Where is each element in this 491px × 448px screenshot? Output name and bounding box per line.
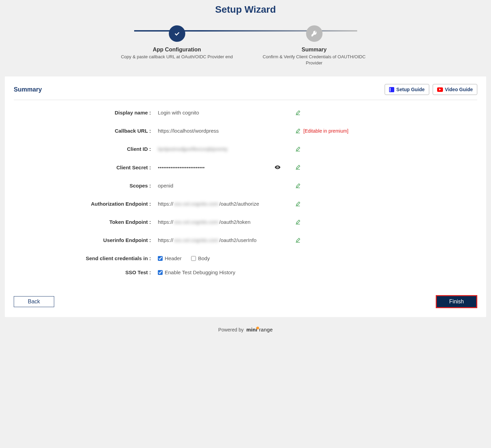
setup-guide-button[interactable]: Setup Guide: [385, 84, 429, 95]
eye-icon[interactable]: [274, 164, 281, 170]
value-sso-test: Enable Test Debugging History: [158, 269, 274, 275]
label-userinfo-endpoint: Userinfo Endpoint :: [14, 237, 158, 243]
edit-icon[interactable]: [295, 110, 301, 116]
book-icon: [389, 87, 394, 92]
back-button[interactable]: Back: [14, 296, 54, 307]
label-scopes: Scopes :: [14, 183, 158, 189]
row-auth-endpoint: Authorization Endpoint : https://xxx.xxl…: [14, 195, 477, 213]
edit-icon[interactable]: [295, 165, 301, 170]
video-guide-label: Video Guide: [445, 87, 473, 92]
value-callback-url: https://localhost/wordpress: [158, 128, 274, 134]
label-client-id: Client ID :: [14, 146, 158, 152]
label-auth-endpoint: Authorization Endpoint :: [14, 201, 158, 207]
value-token-endpoint: https://xxx.xxl.cognito.com/oauth2/token: [158, 219, 274, 225]
checkbox-header[interactable]: Header: [158, 255, 182, 261]
row-client-id: Client ID : lqntjwstnxdjporlfevcxxjbijsn…: [14, 140, 477, 158]
label-display-name: Display name :: [14, 110, 158, 116]
value-client-id: lqntjwstnxdjporlfevcxxjbijsnmty: [158, 146, 274, 152]
video-guide-button[interactable]: Video Guide: [433, 84, 477, 95]
row-display-name: Display name : Login with cognito: [14, 104, 477, 122]
setup-guide-label: Setup Guide: [396, 87, 424, 92]
label-send-credentials: Send client credentials in :: [14, 255, 158, 261]
guide-buttons: Setup Guide Video Guide: [385, 84, 477, 95]
checkbox-sso[interactable]: Enable Test Debugging History: [158, 269, 235, 275]
step-desc: Copy & paste callback URL at OAuth/OIDC …: [121, 54, 233, 60]
premium-note: [Editable in premium]: [303, 128, 349, 134]
step-title: Summary: [302, 47, 327, 53]
edit-icon[interactable]: [295, 183, 301, 189]
row-userinfo-endpoint: Userinfo Endpoint : https://xxx.xxl.cogn…: [14, 231, 477, 249]
step-connector: [134, 30, 357, 32]
label-token-endpoint: Token Endpoint :: [14, 219, 158, 225]
edit-icon[interactable]: [295, 219, 301, 225]
row-client-secret: Client Secret : ••••••••••••••••••••••••…: [14, 158, 477, 177]
youtube-icon: [437, 87, 443, 92]
key-icon: [306, 25, 323, 42]
wizard-steps: App Configuration Copy & paste callback …: [57, 22, 434, 76]
value-auth-endpoint: https://xxx.xxl.cognito.com/oauth2/autho…: [158, 201, 274, 207]
label-callback-url: Callback URL :: [14, 128, 158, 134]
edit-icon[interactable]: [295, 128, 301, 134]
label-client-secret: Client Secret :: [14, 165, 158, 170]
checkbox-header-label: Header: [165, 255, 182, 261]
page-title: Setup Wizard: [0, 0, 491, 22]
edit-icon[interactable]: [295, 146, 301, 152]
row-token-endpoint: Token Endpoint : https://xxx.xxl.cognito…: [14, 213, 477, 231]
checkbox-sso-input[interactable]: [158, 270, 163, 275]
row-callback-url: Callback URL : https://localhost/wordpre…: [14, 122, 477, 140]
checkbox-body-label: Body: [198, 255, 210, 261]
label-sso-test: SSO Test :: [14, 269, 158, 275]
value-display-name: Login with cognito: [158, 110, 274, 116]
value-client-secret: ••••••••••••••••••••••••••: [158, 165, 274, 170]
checkbox-header-input[interactable]: [158, 256, 163, 261]
value-scopes: openid: [158, 183, 274, 189]
card-title: Summary: [14, 86, 42, 93]
step-desc: Confirm & Verify Client Credentials of O…: [258, 54, 371, 66]
card-header: Summary Setup Guide Video Guide: [14, 84, 477, 100]
miniorange-logo: minirange: [246, 327, 273, 332]
edit-icon[interactable]: [295, 238, 301, 243]
finish-button[interactable]: Finish: [436, 295, 477, 308]
powered-by: Powered by minirange: [0, 317, 491, 337]
checkbox-body[interactable]: Body: [191, 255, 210, 261]
powered-label: Powered by: [218, 327, 244, 332]
step-title: App Configuration: [153, 47, 201, 53]
row-sso-test: SSO Test : Enable Test Debugging History: [14, 267, 477, 281]
check-icon: [169, 25, 185, 42]
value-userinfo-endpoint: https://xxx.xxl.cognito.com/oauth2/userI…: [158, 237, 274, 243]
edit-icon[interactable]: [295, 201, 301, 207]
value-send-credentials: Header Body: [158, 255, 274, 261]
row-send-credentials: Send client credentials in : Header Body: [14, 249, 477, 267]
row-scopes: Scopes : openid: [14, 177, 477, 195]
footer-actions: Back Finish: [14, 281, 477, 308]
summary-card: Summary Setup Guide Video Guide Display …: [5, 76, 486, 317]
checkbox-body-input[interactable]: [191, 256, 196, 261]
checkbox-sso-label: Enable Test Debugging History: [165, 269, 235, 275]
